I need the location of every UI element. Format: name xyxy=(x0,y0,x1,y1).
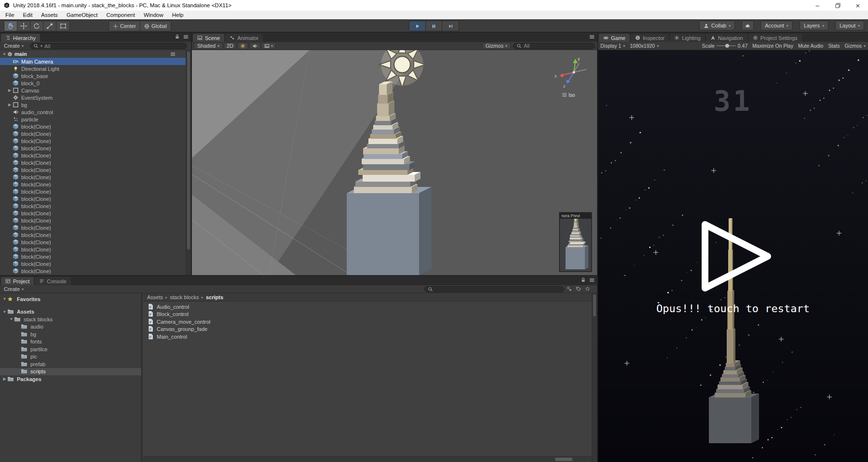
menu-window[interactable]: Window xyxy=(139,11,168,19)
collab-dropdown[interactable]: Collab ▾ xyxy=(699,21,735,30)
game-view[interactable]: 31 Opus!!! touch to restart xyxy=(598,50,868,462)
hierarchy-item[interactable]: block_0 xyxy=(0,79,191,87)
hierarchy-item[interactable]: block(Clone) xyxy=(0,188,191,195)
panel-menu-icon[interactable] xyxy=(183,34,189,40)
pivot-toggle-button[interactable]: Center xyxy=(109,21,140,31)
tab-lighting[interactable]: Lighting xyxy=(670,34,705,42)
search-by-type-icon[interactable] xyxy=(567,286,572,291)
breadcrumb-item[interactable]: stack blocks xyxy=(170,294,199,300)
menu-assets[interactable]: Assets xyxy=(37,11,62,19)
hierarchy-item[interactable]: block(Clone) xyxy=(0,173,191,181)
project-tree-item[interactable]: audio xyxy=(0,323,141,331)
project-tree-item[interactable]: ▼Assets xyxy=(0,308,141,316)
lock-icon[interactable] xyxy=(175,34,180,40)
hierarchy-item[interactable]: block(Clone) xyxy=(0,159,191,166)
hierarchy-item[interactable]: block(Clone) xyxy=(0,181,191,188)
minimize-button[interactable]: – xyxy=(807,0,827,11)
hierarchy-item[interactable]: block(Clone) xyxy=(0,202,191,210)
hierarchy-item[interactable]: block(Clone) xyxy=(0,267,191,275)
tab-project-settings[interactable]: Project Settings xyxy=(748,34,802,42)
breadcrumb-item[interactable]: scripts xyxy=(206,294,223,300)
account-dropdown[interactable]: Account ▾ xyxy=(760,21,793,30)
tab-scene[interactable]: Scene xyxy=(193,34,224,42)
hierarchy-item[interactable]: block(Clone) xyxy=(0,137,191,145)
restart-message[interactable]: Opus!!! touch to restart xyxy=(598,303,868,315)
asset-file-row[interactable]: Audio_control xyxy=(143,303,597,311)
tab-hierarchy[interactable]: Hierarchy xyxy=(1,34,40,42)
menu-edit[interactable]: Edit xyxy=(19,11,37,19)
tab-project[interactable]: Project xyxy=(1,277,34,285)
tab-navigation[interactable]: Navigation xyxy=(706,34,747,42)
project-tree-item[interactable]: prefab xyxy=(0,360,141,368)
restart-play-icon[interactable] xyxy=(705,224,768,288)
hierarchy-item[interactable]: block(Clone) xyxy=(0,195,191,202)
scene-audio-toggle[interactable] xyxy=(249,42,260,49)
project-tree-item[interactable]: ▶Packages xyxy=(0,375,141,383)
scale-tool-button[interactable] xyxy=(43,21,56,31)
menu-file[interactable]: File xyxy=(1,11,19,19)
scale-slider[interactable] xyxy=(717,45,736,46)
2d-toggle-button[interactable]: 2D xyxy=(224,42,236,49)
scene-gizmos-dropdown[interactable]: Gizmos ▾ xyxy=(482,42,511,49)
display-dropdown[interactable]: Display 1 ▾ xyxy=(598,43,627,49)
project-tree-item[interactable]: pic xyxy=(0,353,141,361)
project-tree-item[interactable]: ▼stack blocks xyxy=(0,316,141,323)
step-button[interactable] xyxy=(442,21,459,31)
expand-arrow-icon[interactable]: ▼ xyxy=(1,52,7,56)
scene-effects-dropdown[interactable]: ▾ xyxy=(261,42,276,49)
expand-arrow-icon[interactable]: ▶ xyxy=(7,103,13,107)
hierarchy-create-dropdown[interactable]: Create ▾ xyxy=(0,43,27,49)
hierarchy-item[interactable]: audio_control xyxy=(0,108,191,116)
mute-audio-toggle[interactable]: Mute Audio xyxy=(796,43,826,49)
hierarchy-item[interactable]: block(Clone) xyxy=(0,260,191,267)
hierarchy-item[interactable]: block(Clone) xyxy=(0,123,191,130)
menu-component[interactable]: Component xyxy=(102,11,139,19)
restore-button[interactable] xyxy=(827,0,848,11)
layout-dropdown[interactable]: Layout ▾ xyxy=(835,21,864,30)
hierarchy-item[interactable]: Main Camera xyxy=(0,58,191,65)
scene-search-input[interactable]: All xyxy=(513,43,595,49)
stats-toggle[interactable]: Stats xyxy=(826,43,842,49)
project-tree-item[interactable]: scripts xyxy=(0,368,141,376)
hierarchy-item[interactable]: block(Clone) xyxy=(0,145,191,152)
hierarchy-item[interactable]: Directional Light xyxy=(0,65,191,72)
hierarchy-item[interactable]: block(Clone) xyxy=(0,238,191,246)
hand-tool-button[interactable] xyxy=(4,21,17,31)
asset-file-row[interactable]: Main_control xyxy=(143,333,597,341)
hierarchy-item[interactable]: block(Clone) xyxy=(0,231,191,238)
lock-icon[interactable] xyxy=(581,277,586,283)
hierarchy-item[interactable]: block(Clone) xyxy=(0,253,191,260)
panel-menu-icon[interactable] xyxy=(589,277,595,283)
close-button[interactable]: × xyxy=(848,0,868,11)
hierarchy-item[interactable]: block_base xyxy=(0,72,191,79)
game-gizmos-dropdown[interactable]: Gizmos ▾ xyxy=(842,43,868,49)
hierarchy-item[interactable]: block(Clone) xyxy=(0,246,191,253)
scene-lighting-toggle[interactable] xyxy=(237,42,248,49)
project-tree-item[interactable]: fonts xyxy=(0,338,141,346)
hierarchy-item[interactable]: block(Clone) xyxy=(0,210,191,217)
rotate-tool-button[interactable] xyxy=(30,21,43,31)
tab-animator[interactable]: Animator xyxy=(225,34,263,42)
space-toggle-button[interactable]: Global xyxy=(140,21,171,31)
panel-menu-icon[interactable] xyxy=(589,34,595,40)
asset-file-row[interactable]: Canvas_grounp_fade xyxy=(143,326,597,333)
maximize-on-play-toggle[interactable]: Maximize On Play xyxy=(750,43,796,49)
asset-file-row[interactable]: Camera_move_control xyxy=(143,318,597,326)
expand-arrow-icon[interactable]: ▶ xyxy=(2,377,7,381)
hierarchy-search-input[interactable]: ▾ All xyxy=(30,43,187,49)
expand-arrow-icon[interactable]: ▼ xyxy=(9,317,14,321)
scene-viewport[interactable]: y x z Iso nera Previ xyxy=(192,50,597,275)
project-tree-item[interactable]: partilce xyxy=(0,345,141,353)
hierarchy-item[interactable]: block(Clone) xyxy=(0,130,191,137)
expand-arrow-icon[interactable]: ▼ xyxy=(2,297,7,301)
expand-arrow-icon[interactable]: ▼ xyxy=(2,310,7,314)
hierarchy-scrollbar[interactable] xyxy=(186,50,191,275)
tab-game[interactable]: Game xyxy=(599,34,630,42)
hierarchy-item[interactable]: ▶Canvas xyxy=(0,87,191,94)
rect-tool-button[interactable] xyxy=(56,21,69,31)
search-by-label-icon[interactable] xyxy=(576,286,581,291)
hierarchy-item[interactable]: block(Clone) xyxy=(0,224,191,231)
project-create-dropdown[interactable]: Create ▾ xyxy=(0,286,27,292)
asset-file-row[interactable]: Block_control xyxy=(143,311,597,318)
menu-help[interactable]: Help xyxy=(168,11,188,19)
